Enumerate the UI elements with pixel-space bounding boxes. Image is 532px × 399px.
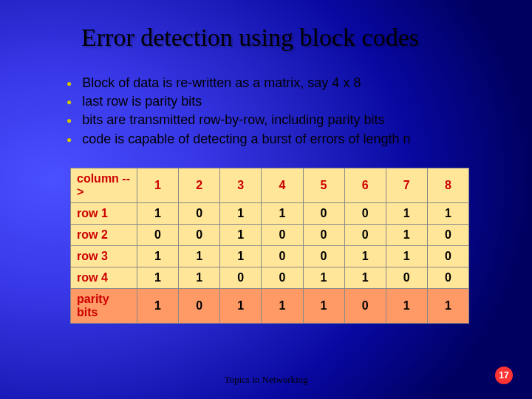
bullet-item: bits are transmitted row-by-row, includi… bbox=[66, 111, 532, 129]
cell: 0 bbox=[220, 267, 262, 288]
footer-text: Topics in Networking bbox=[0, 374, 532, 386]
cell: 0 bbox=[179, 202, 220, 224]
cell: 0 bbox=[179, 288, 220, 323]
bullet-text: Block of data is re-written as a matrix,… bbox=[82, 74, 361, 92]
cell: 0 bbox=[303, 224, 344, 245]
cell: 0 bbox=[262, 267, 303, 288]
cell: 1 bbox=[262, 288, 303, 323]
cell: 1 bbox=[303, 267, 344, 288]
cell: 0 bbox=[427, 224, 468, 245]
cell: 0 bbox=[344, 202, 386, 224]
table-row: row 4 1 1 0 0 1 1 0 0 bbox=[71, 267, 469, 288]
row-label: row 4 bbox=[71, 267, 137, 288]
cell: 1 bbox=[386, 202, 427, 224]
bullet-text: code is capable of detecting a burst of … bbox=[82, 130, 410, 149]
parity-row: parity bits 1 0 1 1 1 0 1 1 bbox=[71, 288, 469, 323]
cell: 1 bbox=[220, 245, 262, 267]
cell: 1 bbox=[137, 245, 179, 267]
cell: 1 bbox=[386, 245, 427, 267]
bullet-item: last row is parity bits bbox=[66, 92, 532, 111]
col-header: 2 bbox=[179, 168, 220, 202]
slide-title: Error detection using block codes bbox=[0, 0, 532, 52]
cell: 1 bbox=[427, 288, 468, 323]
cell: 1 bbox=[220, 288, 262, 323]
cell: 0 bbox=[179, 224, 220, 245]
table-row: row 3 1 1 1 0 0 1 1 0 bbox=[71, 245, 469, 267]
data-table-container: column --> 1 2 3 4 5 6 7 8 row 1 1 0 1 1… bbox=[70, 168, 469, 324]
cell: 1 bbox=[137, 288, 179, 323]
bullet-list: Block of data is re-written as a matrix,… bbox=[0, 52, 532, 149]
cell: 1 bbox=[179, 267, 220, 288]
page-number-badge: 17 bbox=[495, 366, 513, 384]
col-header: 7 bbox=[386, 168, 427, 202]
cell: 1 bbox=[137, 202, 179, 224]
cell: 0 bbox=[427, 245, 468, 267]
cell: 1 bbox=[303, 288, 344, 323]
cell: 0 bbox=[344, 288, 386, 323]
bullet-item: Block of data is re-written as a matrix,… bbox=[66, 74, 532, 92]
col-header: 1 bbox=[137, 168, 179, 202]
header-label: column --> bbox=[71, 168, 137, 202]
bullet-text: last row is parity bits bbox=[82, 92, 202, 111]
parity-label: parity bits bbox=[71, 288, 137, 323]
col-header: 8 bbox=[427, 168, 468, 202]
col-header: 5 bbox=[303, 168, 344, 202]
cell: 0 bbox=[137, 224, 179, 245]
cell: 1 bbox=[220, 202, 262, 224]
cell: 0 bbox=[386, 267, 427, 288]
table-header-row: column --> 1 2 3 4 5 6 7 8 bbox=[71, 168, 469, 202]
cell: 1 bbox=[427, 202, 468, 224]
cell: 0 bbox=[303, 202, 344, 224]
cell: 1 bbox=[344, 267, 386, 288]
col-header: 4 bbox=[262, 168, 303, 202]
bullet-item: code is capable of detecting a burst of … bbox=[66, 130, 532, 149]
cell: 1 bbox=[179, 245, 220, 267]
row-label: row 1 bbox=[71, 202, 137, 224]
col-header: 6 bbox=[344, 168, 386, 202]
cell: 1 bbox=[386, 224, 427, 245]
row-label: row 3 bbox=[71, 245, 137, 267]
cell: 1 bbox=[262, 202, 303, 224]
cell: 1 bbox=[344, 245, 386, 267]
cell: 1 bbox=[386, 288, 427, 323]
row-label: row 2 bbox=[71, 224, 137, 245]
cell: 0 bbox=[427, 267, 468, 288]
cell: 1 bbox=[137, 267, 179, 288]
table-row: row 1 1 0 1 1 0 0 1 1 bbox=[71, 202, 469, 224]
cell: 1 bbox=[220, 224, 262, 245]
cell: 0 bbox=[262, 245, 303, 267]
cell: 0 bbox=[344, 224, 386, 245]
block-code-table: column --> 1 2 3 4 5 6 7 8 row 1 1 0 1 1… bbox=[70, 168, 469, 324]
cell: 0 bbox=[303, 245, 344, 267]
col-header: 3 bbox=[220, 168, 262, 202]
table-row: row 2 0 0 1 0 0 0 1 0 bbox=[71, 224, 469, 245]
cell: 0 bbox=[262, 224, 303, 245]
bullet-text: bits are transmitted row-by-row, includi… bbox=[82, 111, 384, 129]
